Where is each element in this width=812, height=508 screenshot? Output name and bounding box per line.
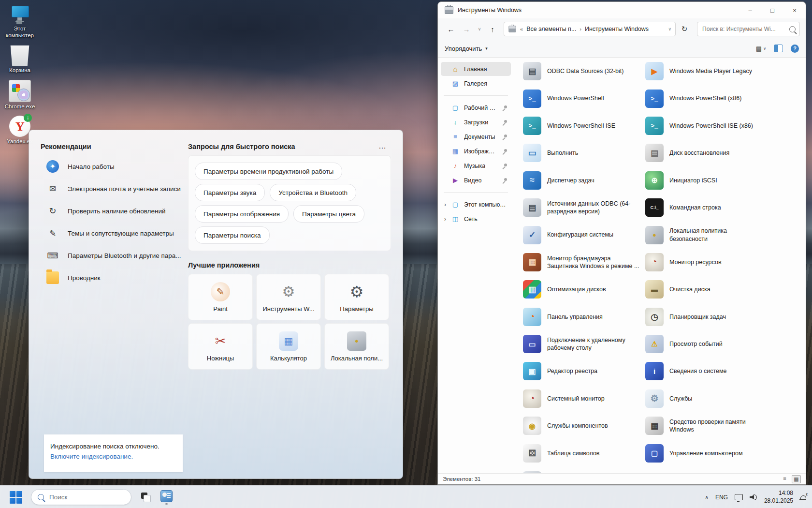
tool-item[interactable]: ≈ Диспетчер задач <box>523 167 645 194</box>
app-tile[interactable]: ⚙ Параметры <box>324 274 389 320</box>
start-button[interactable] <box>10 491 22 504</box>
breadcrumb-current[interactable]: Инструменты Windows <box>585 26 649 32</box>
recommendation-item[interactable]: ✦ Начало работы <box>41 155 186 178</box>
tool-item[interactable]: ▥ Оптимизация дисков <box>523 276 645 303</box>
sidebar-pinned-item[interactable]: ▢ Рабочий стол <box>441 101 511 115</box>
up-button[interactable]: ↑ <box>485 22 500 36</box>
tool-item[interactable]: ◷ Планировщик задач <box>645 303 806 330</box>
preview-pane-button[interactable] <box>774 45 783 52</box>
more-options-button[interactable]: … <box>375 143 391 149</box>
help-button[interactable]: ? <box>791 45 799 53</box>
sidebar-tree-item[interactable]: › ▢ Этот компьютер <box>441 197 511 211</box>
forward-button[interactable]: → <box>459 22 474 36</box>
quick-search-chip[interactable]: Параметры звука <box>195 184 265 201</box>
tray-overflow-chevron[interactable]: ∧ <box>705 494 709 500</box>
tool-item[interactable]: ▤ Диск восстановления <box>645 139 806 166</box>
tool-item[interactable]: ⚙ Службы <box>645 385 806 412</box>
tool-item[interactable]: >_ Windows PowerShell ISE (x86) <box>645 112 806 139</box>
tool-item[interactable]: ▭ Подключение к удаленному рабочему стол… <box>523 330 645 358</box>
expand-chevron-icon[interactable]: › <box>444 201 446 208</box>
quick-search-chip[interactable]: Параметры поиска <box>195 226 270 244</box>
app-tile[interactable]: ● Локальная поли... <box>324 323 389 370</box>
breadcrumb-parent[interactable]: Все элементы п... <box>526 26 576 32</box>
desktop-icon[interactable]: Корзина <box>1 45 39 74</box>
tool-item[interactable]: ⚠ Просмотр событий <box>645 330 806 358</box>
quick-search-chip[interactable]: Параметры цвета <box>293 205 364 223</box>
tool-item[interactable]: ▢ Управление компьютером <box>645 439 806 466</box>
tool-item[interactable]: ● Локальная политика безопасности <box>645 221 806 248</box>
tool-item[interactable]: ▭ Выполнить <box>523 139 645 166</box>
organize-button[interactable]: Упорядочить ▾ <box>445 45 488 52</box>
desktop-icon[interactable]: Этот компьютер <box>1 3 39 39</box>
sidebar-pinned-item[interactable]: ≡ Документы <box>441 130 511 144</box>
app-tile[interactable]: ⚙ Инструменты W... <box>256 274 321 320</box>
tool-item[interactable] <box>523 467 645 473</box>
tool-item[interactable]: ▶ Windows Media Player Legacy <box>645 58 806 85</box>
sidebar-pinned-item[interactable]: ▶ Видео <box>441 173 511 187</box>
tool-item[interactable]: ⚄ Таблица символов <box>523 439 645 466</box>
tool-item[interactable]: C:\_ Командная строка <box>645 194 806 221</box>
media-player-icon: ▶ <box>645 62 664 80</box>
app-tile[interactable]: ✂ Ножницы <box>188 323 253 370</box>
address-dropdown-icon[interactable]: ∨ <box>668 27 671 31</box>
task-view-button[interactable] <box>140 492 152 503</box>
sidebar-pinned-item[interactable]: ♪ Музыка <box>441 159 511 173</box>
minimize-button[interactable]: – <box>739 2 761 18</box>
desktop-icon[interactable]: Chrome.exe <box>1 80 39 110</box>
back-button[interactable]: ← <box>444 22 458 36</box>
refresh-button[interactable]: ↻ <box>678 22 691 36</box>
tool-item[interactable]: ▣ Редактор реестра <box>523 358 645 385</box>
tool-item[interactable]: ◉ Службы компонентов <box>523 412 645 439</box>
tool-item[interactable]: ▦ Монитор брандмауэра Защитника Windows … <box>523 249 645 276</box>
taskbar-app-control-panel[interactable] <box>160 490 173 505</box>
quick-search-chip[interactable]: Параметры отображения <box>195 205 289 223</box>
quick-search-chip[interactable]: Параметры времени продуктивной работы <box>195 163 342 180</box>
recommendation-item[interactable]: Проводник <box>41 267 186 289</box>
history-dropdown-button[interactable]: ∨ <box>475 22 484 36</box>
expand-chevron-icon[interactable]: › <box>444 216 446 223</box>
sidebar-item[interactable]: ⌂ Главная <box>441 62 511 76</box>
tool-item[interactable]: ◔ Панель управления <box>523 303 645 330</box>
recommendation-item[interactable]: ✎ Темы и сопутствующие параметры <box>41 222 186 244</box>
recommendation-item[interactable]: ↻ Проверить наличие обновлений <box>41 200 186 222</box>
recommendation-item[interactable]: ✉ Электронная почта и учетные записи <box>41 178 186 200</box>
close-button[interactable]: × <box>783 2 806 18</box>
notifications-bell-icon[interactable]: z <box>800 494 806 500</box>
maximize-button[interactable]: □ <box>761 2 783 18</box>
tool-item[interactable]: ◔ Монитор ресурсов <box>645 249 806 276</box>
icons-view-button[interactable]: ▦ <box>792 475 801 483</box>
tool-item[interactable]: ⊕ Инициатор iSCSI <box>645 167 806 194</box>
recommendation-item[interactable]: ⌨ Параметры Bluetooth и другие пара... <box>41 244 186 267</box>
app-tile[interactable]: ▦ Калькулятор <box>256 323 321 370</box>
tool-item[interactable]: >_ Windows PowerShell <box>523 85 645 112</box>
tool-item[interactable]: ◔ Системный монитор <box>523 385 645 412</box>
change-view-button[interactable]: ▤ ∨ <box>756 45 766 52</box>
tool-item[interactable]: ▦ Средство проверки памяти Windows <box>645 412 806 439</box>
tool-item[interactable]: >_ Windows PowerShell ISE <box>523 112 645 139</box>
language-indicator[interactable]: ENG <box>715 494 728 501</box>
tool-item[interactable]: ▬ Очистка диска <box>645 276 806 303</box>
address-bar[interactable]: « Все элементы п... › Инструменты Window… <box>504 22 676 36</box>
taskbar-search-input[interactable] <box>48 493 136 501</box>
tool-item[interactable]: ✓ Конфигурация системы <box>523 221 645 248</box>
network-icon[interactable] <box>735 494 743 500</box>
tool-item[interactable]: >_ Windows PowerShell (x86) <box>645 85 806 112</box>
sidebar-item[interactable]: ▨ Галерея <box>441 76 511 90</box>
volume-icon[interactable] <box>750 494 757 500</box>
explorer-search-box[interactable] <box>697 22 800 36</box>
sidebar-pinned-item[interactable]: ↓ Загрузки <box>441 115 511 129</box>
tool-item[interactable]: ▤ ODBC Data Sources (32-bit) <box>523 58 645 85</box>
taskbar-search-box[interactable] <box>31 489 131 505</box>
sidebar-tree-item[interactable]: › ◫ Сеть <box>441 212 511 226</box>
breadcrumb-overflow-chevron[interactable]: « <box>520 26 523 32</box>
explorer-search-input[interactable] <box>701 25 786 33</box>
details-view-button[interactable]: ≡ <box>781 475 789 482</box>
downloads-icon: ↓ <box>451 119 459 126</box>
tool-item[interactable]: ▤ Источники данных ODBC (64-разрядная ве… <box>523 194 645 221</box>
sidebar-pinned-item[interactable]: ▦ Изображения <box>441 144 511 158</box>
clock[interactable]: 14:08 28.01.2025 <box>764 490 793 505</box>
enable-indexing-link[interactable]: Включите индексирование. <box>50 453 133 460</box>
quick-search-chip[interactable]: Устройства и Bluetooth <box>270 184 356 201</box>
app-tile[interactable]: ✎ Paint <box>188 274 253 320</box>
tool-item[interactable]: i Сведения о системе <box>645 358 806 385</box>
